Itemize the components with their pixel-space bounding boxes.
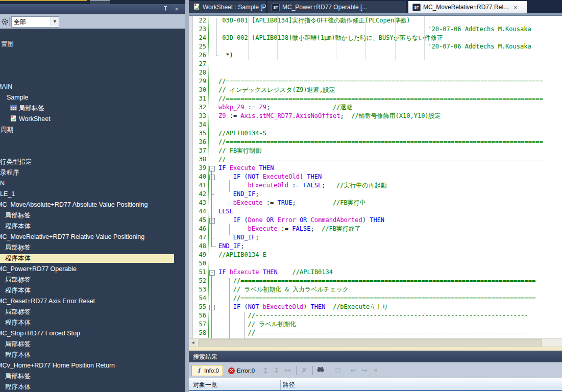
tree-item[interactable]: 局部标签 — [10, 104, 44, 113]
code-line[interactable]: 44ELSE — [189, 207, 562, 216]
fold-toggle-icon[interactable]: - — [209, 270, 215, 276]
code-line[interactable]: 38//====================================… — [189, 155, 562, 164]
tree-item[interactable]: 局部标签 — [5, 276, 31, 284]
code-line[interactable]: 30// インデックスレジスタ(Z9)退避,設定 — [189, 86, 562, 94]
tree-item[interactable]: MCv_Home+RD77 Home Position Return — [0, 361, 115, 370]
label-table-icon — [10, 105, 17, 112]
tree-item[interactable]: 程序本体 — [5, 383, 31, 391]
code-line[interactable]: 55IF (NOT bExecuteOld) THEN //bExecute立上… — [189, 303, 562, 311]
tree-item[interactable]: 程序本体 — [5, 318, 31, 327]
column-header[interactable]: 路径 — [283, 381, 295, 389]
tree-item[interactable]: 程序本体 — [0, 254, 174, 263]
tree-item[interactable]: 行类型指定 — [0, 158, 32, 166]
close-panel-icon[interactable]: × — [173, 6, 181, 13]
code-line[interactable]: 29//====================================… — [189, 77, 562, 86]
code-line[interactable]: 57// ラベル初期化 — [189, 320, 562, 329]
code-line[interactable]: 33Z9 := Axis.stMC_RD77.AxisNoOffset; //軸… — [189, 112, 562, 120]
code-line[interactable]: 37// FB実行制御 — [189, 146, 562, 155]
line-number: 55 — [192, 303, 206, 311]
tree-filter-dropdown[interactable]: 全部 ▼ — [11, 16, 59, 28]
code-line[interactable]: 45IF (Done OR Error OR CommandAborted) T… — [189, 216, 562, 225]
code-line[interactable]: 47END_IF; — [189, 233, 562, 242]
code-line[interactable]: 46bExecute := FALSE; //FB実行終了 — [189, 225, 562, 233]
tree-item[interactable]: 局部标签 — [5, 308, 31, 316]
column-separator[interactable] — [280, 380, 281, 390]
tree-item[interactable]: Sample — [7, 93, 28, 102]
code-line[interactable]: 31//====================================… — [189, 94, 562, 103]
code-line[interactable]: 48END_IF; — [189, 242, 562, 251]
st-code-editor[interactable]: 2203D-001 [APLIB0134]実行指令OFF後の動作修正(PLCop… — [189, 15, 562, 339]
tree-item[interactable]: MC_Power+RD77 Operable — [0, 265, 77, 274]
info-filter-button[interactable]: i Info:0 — [191, 365, 223, 376]
code-line[interactable]: 2403D-002 [APLIB0138]微小距離(1μm)動かした時に、BUS… — [189, 34, 562, 42]
gear-icon[interactable] — [1, 18, 9, 26]
tree-item[interactable]: N — [0, 179, 5, 188]
line-number: 45 — [192, 216, 206, 225]
code-line[interactable]: 25'20-07-06 Addtechs M.Kousaka — [189, 42, 562, 51]
code-line[interactable]: 36//====================================… — [189, 138, 562, 146]
tree-item[interactable]: 局部标签 — [5, 340, 31, 349]
project-tree[interactable]: 置图MAINSample局部标签WorkSheet周期行类型指定录程序NLE_1… — [0, 29, 185, 392]
horizontal-scrollbar[interactable]: ◄ — [189, 338, 562, 347]
code-line[interactable]: 43bExecute := TRUE; //FB実行中 — [189, 199, 562, 207]
code-line[interactable]: 53// ラベル初期化 & 入力ラベルチェック — [189, 285, 562, 294]
fold-toggle-icon[interactable]: - — [209, 218, 215, 224]
tree-item[interactable]: 局部标签 — [5, 211, 31, 220]
code-line[interactable]: 58//------------------------------------… — [189, 329, 562, 337]
code-line[interactable]: 41bExecuteOld := FALSE; //実行中の再起動 — [189, 181, 562, 190]
code-text: *) — [218, 51, 233, 60]
code-line[interactable]: 40IF (NOT ExecuteOld) THEN — [189, 173, 562, 181]
column-header[interactable]: 对象一览 — [193, 381, 217, 389]
line-number: 42 — [192, 190, 206, 199]
editor-tab[interactable]: STMC_MoveRelative+RD77 Rel...× — [408, 1, 528, 13]
editor-tab[interactable]: WorkSheet : Sample [PRG] [F... — [189, 1, 267, 13]
code-line[interactable]: 34 — [189, 120, 562, 129]
code-line[interactable]: 35//APLIB0134-S — [189, 129, 562, 138]
tree-item[interactable]: MC_Reset+RD77 Axis Error Reset — [0, 297, 95, 306]
tree-item[interactable]: WorkSheet — [10, 115, 51, 124]
code-line[interactable]: 2203D-001 [APLIB0134]実行指令OFF後の動作修正(PLCop… — [189, 16, 562, 25]
tree-item[interactable]: LE_1 — [0, 190, 15, 199]
tree-item[interactable]: 周期 — [1, 126, 13, 134]
tree-item[interactable]: 局部标签 — [5, 243, 31, 252]
tree-item[interactable]: MAIN — [0, 83, 12, 91]
code-line[interactable]: 39IF Execute THEN — [189, 164, 562, 173]
tree-item[interactable]: 程序本体 — [5, 222, 31, 231]
tree-item[interactable]: 程序本体 — [5, 351, 31, 359]
tree-item[interactable]: 置图 — [1, 40, 14, 48]
editor-tab[interactable]: STMC_Power+RD77 Operable [... — [267, 1, 406, 13]
code-line[interactable]: 56//------------------------------------… — [189, 311, 562, 320]
code-line[interactable]: 50 — [189, 259, 562, 268]
pin-icon[interactable] — [161, 6, 169, 13]
scrollbar-thumb[interactable] — [198, 339, 542, 347]
tree-item[interactable]: 程序本体 — [5, 286, 31, 295]
tree-item[interactable]: MC_MoveRelative+RD77 Relative Value Posi… — [0, 233, 144, 241]
code-line[interactable]: 32wbkp_Z9 := Z9; //退避 — [189, 103, 562, 112]
close-tab-icon[interactable]: × — [514, 4, 518, 11]
code-line[interactable]: 52//====================================… — [189, 277, 562, 285]
scroll-left-icon[interactable]: ◄ — [189, 339, 197, 347]
code-text: // FB実行制御 — [218, 146, 261, 155]
info-icon: i — [196, 368, 202, 374]
tree-item[interactable]: 录程序 — [0, 168, 19, 177]
fold-toggle-icon[interactable]: - — [209, 166, 215, 172]
code-line[interactable]: 42END_IF; — [189, 190, 562, 199]
find-in-results-icon[interactable] — [315, 365, 326, 376]
error-filter-button[interactable]: ✕ Error:0 — [225, 365, 258, 376]
code-line[interactable]: 49//APLIB0134-E — [189, 251, 562, 259]
code-line[interactable]: 28 — [189, 68, 562, 77]
code-line[interactable]: 27 — [189, 60, 562, 68]
vertical-splitter[interactable] — [185, 0, 189, 392]
fold-toggle-icon[interactable]: - — [209, 175, 215, 180]
code-line[interactable]: 23'20-07-06 Addtechs M.Kousaka — [189, 25, 562, 34]
chevron-down-icon[interactable]: ▼ — [51, 17, 59, 26]
editor-tab-label: WorkSheet : Sample [PRG] [F... — [203, 4, 267, 11]
tree-item[interactable]: MC_MoveAbsolute+RD77 Absolute Value Posi… — [0, 201, 148, 209]
tree-item[interactable]: 局部标签 — [5, 372, 31, 381]
tree-item[interactable]: MC_Stop+RD77 Forced Stop — [0, 329, 80, 338]
fold-toggle-icon[interactable]: - — [209, 305, 215, 310]
code-line[interactable]: 54//====================================… — [189, 294, 562, 303]
code-line[interactable]: 26*) — [189, 51, 562, 60]
code-line[interactable]: 51IF bExecute THEN //APLIB0134 — [189, 268, 562, 277]
horizontal-splitter[interactable] — [189, 347, 562, 351]
